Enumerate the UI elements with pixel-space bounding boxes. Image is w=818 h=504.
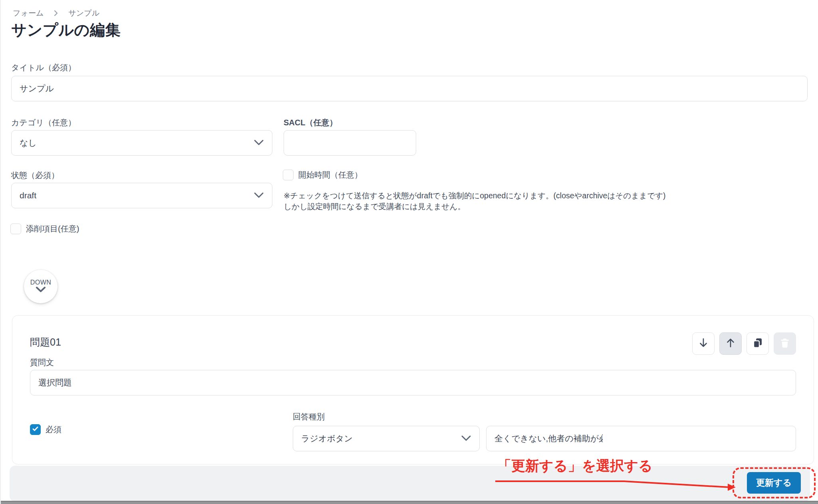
answer-type-label: 回答種別 <box>293 411 325 422</box>
status-field-label: 状態（必須） <box>11 170 59 181</box>
update-button[interactable]: 更新する <box>747 472 801 494</box>
start-time-label: 開始時間（任意） <box>298 170 362 180</box>
sacl-input[interactable] <box>284 130 416 156</box>
title-input[interactable] <box>11 76 808 101</box>
scroll-down-button[interactable]: DOWN <box>24 270 58 303</box>
category-select[interactable]: なし <box>11 130 272 156</box>
correction-label: 添削項目(任意) <box>26 223 79 234</box>
move-down-button[interactable] <box>692 332 715 355</box>
chevron-down-icon <box>36 287 46 294</box>
trash-icon <box>779 337 791 350</box>
chevron-down-icon <box>254 138 264 148</box>
breadcrumb-sample-link[interactable]: サンプル <box>68 8 99 18</box>
question-text-input-text[interactable] <box>38 370 147 395</box>
required-checkbox-row: 必須 <box>30 424 62 435</box>
window-bottom-edge <box>1 501 818 504</box>
delete-button[interactable] <box>774 332 796 355</box>
sacl-input-text[interactable] <box>292 130 400 155</box>
chevron-down-icon <box>254 191 264 200</box>
status-select-value: draft <box>20 191 36 200</box>
question-card-title: 問題01 <box>30 336 61 349</box>
answer-type-select-value: ラジオボタン <box>301 433 353 444</box>
move-up-button[interactable] <box>719 332 742 355</box>
form-edit-page: フォーム サンプル サンプルの編集 タイトル（必須） カテゴリ（任意） なし S… <box>0 0 818 504</box>
breadcrumb: フォーム サンプル <box>13 8 99 18</box>
choices-input[interactable] <box>486 426 796 451</box>
chevron-down-icon <box>461 434 471 443</box>
answer-type-select[interactable]: ラジオボタン <box>293 426 480 451</box>
question-text-input[interactable] <box>30 370 796 395</box>
question-card-actions <box>692 332 796 355</box>
start-time-checkbox[interactable] <box>283 170 294 180</box>
down-button-label: DOWN <box>30 279 52 286</box>
required-checkbox[interactable] <box>30 424 41 435</box>
page-title: サンプルの編集 <box>11 20 121 40</box>
annotation-text: 「更新する」を選択する <box>497 457 653 475</box>
category-select-value: なし <box>20 137 37 148</box>
footer-bar <box>10 466 810 502</box>
correction-checkbox[interactable] <box>10 223 21 234</box>
category-field-label: カテゴリ（任意） <box>11 117 76 128</box>
required-label: 必須 <box>46 424 62 435</box>
start-time-note-line2: しかし設定時間になるまで受講者には見えません。 <box>284 201 723 212</box>
choices-input-text[interactable] <box>494 426 603 451</box>
start-time-checkbox-row: 開始時間（任意） <box>283 170 362 180</box>
duplicate-button[interactable] <box>747 332 769 355</box>
copy-icon <box>752 337 764 350</box>
breadcrumb-forms-link[interactable]: フォーム <box>13 8 44 18</box>
sacl-field-label: SACL（任意） <box>284 117 337 128</box>
arrow-up-icon <box>725 337 736 350</box>
title-field-label: タイトル（必須） <box>11 62 76 73</box>
arrow-down-icon <box>698 337 709 350</box>
correction-checkbox-row: 添削項目(任意) <box>10 223 79 234</box>
status-select[interactable]: draft <box>11 183 272 208</box>
check-icon <box>32 425 39 435</box>
title-input-text[interactable] <box>20 76 128 101</box>
chevron-right-icon <box>53 10 59 17</box>
question-text-label: 質問文 <box>30 357 54 368</box>
start-time-note-line1: ※チェックをつけて送信すると状態がdraftでも強制的にopenedになります。… <box>284 190 723 201</box>
question-card: 問題01 <box>12 315 814 464</box>
